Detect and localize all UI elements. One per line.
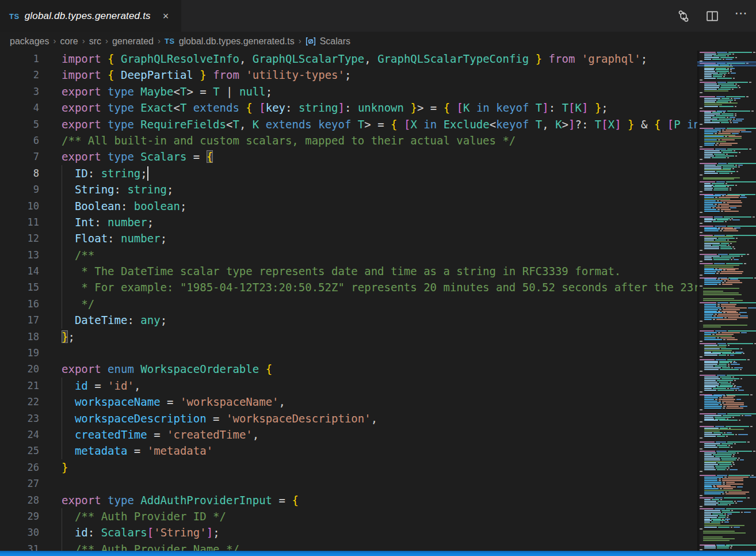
tab-global-db-types[interactable]: TS global.db.types.generated.ts ×	[0, 0, 181, 32]
code-text: export type Maybe<T> = T | null;	[62, 83, 272, 100]
line-number[interactable]: 26	[0, 459, 39, 476]
code-line[interactable]: 11 Int: number;	[0, 214, 697, 231]
line-number[interactable]: 12	[0, 230, 39, 247]
line-number[interactable]: 10	[0, 198, 39, 215]
line-number[interactable]: 27	[0, 475, 39, 492]
minimap-line	[700, 194, 756, 195]
breadcrumb-generated[interactable]: generated	[112, 36, 154, 47]
minimap-line	[704, 346, 726, 348]
line-number[interactable]: 14	[0, 263, 39, 280]
code-line[interactable]: 1import { GraphQLResolveInfo, GraphQLSca…	[0, 51, 697, 67]
code-line[interactable]: 12 Float: number;	[0, 230, 697, 247]
line-number[interactable]: 19	[0, 345, 39, 361]
code-line[interactable]: 17 DateTime: any;	[0, 312, 697, 329]
breadcrumb-src[interactable]: src	[89, 36, 101, 47]
code-line[interactable]: 23 workspaceDescription = 'workspaceDesc…	[0, 410, 697, 427]
breadcrumb-file[interactable]: TS global.db.types.generated.ts	[165, 36, 295, 47]
line-number[interactable]: 30	[0, 524, 39, 541]
code-line[interactable]: 6/** All built-in and custom scalars, ma…	[0, 132, 697, 149]
code-line[interactable]: 15 * For example: "1985-04-12T23:20:50.5…	[0, 279, 697, 296]
line-number[interactable]: 16	[0, 296, 39, 313]
minimap-line	[700, 235, 756, 236]
line-number[interactable]: 21	[0, 378, 39, 394]
line-number[interactable]: 3	[0, 83, 39, 100]
minimap-line	[704, 467, 730, 469]
line-number[interactable]: 11	[0, 214, 39, 231]
code-line[interactable]: 8 ID: string;	[0, 165, 697, 182]
line-number[interactable]: 18	[0, 329, 39, 345]
minimap-line	[704, 98, 740, 99]
line-number[interactable]: 29	[0, 508, 39, 525]
code-line[interactable]: 3export type Maybe<T> = T | null;	[0, 83, 697, 100]
split-editor-icon[interactable]	[705, 9, 719, 23]
line-number[interactable]: 28	[0, 492, 39, 509]
line-number[interactable]: 2	[0, 67, 39, 83]
code-line[interactable]: 20export enum WorkspaceOrderable {	[0, 361, 697, 378]
minimap-line	[704, 417, 734, 418]
close-tab-icon[interactable]: ×	[161, 10, 171, 22]
line-number[interactable]: 9	[0, 181, 39, 198]
code-line[interactable]: 30 id: Scalars['String'];	[0, 524, 697, 541]
line-number[interactable]: 4	[0, 100, 39, 116]
code-line[interactable]: 2import { DeepPartial } from 'utility-ty…	[0, 67, 697, 83]
line-number[interactable]: 17	[0, 312, 39, 329]
minimap-line	[704, 388, 739, 389]
minimap-line	[704, 304, 736, 305]
code-line[interactable]: 21 id = 'id',	[0, 378, 697, 394]
breadcrumb-symbol[interactable]: Scalars	[306, 36, 350, 47]
line-number[interactable]: 13	[0, 247, 39, 264]
minimap-line	[704, 406, 747, 407]
editor-pane[interactable]: 1import { GraphQLResolveInfo, GraphQLSca…	[0, 51, 756, 556]
minimap-line	[704, 490, 742, 491]
minimap-line	[704, 345, 730, 346]
code-line[interactable]: 19	[0, 345, 697, 361]
code-line[interactable]: 5export type RequireFields<T, K extends …	[0, 116, 697, 133]
minimap-line	[704, 415, 751, 416]
minimap-line	[704, 266, 734, 268]
line-number[interactable]: 6	[0, 132, 39, 149]
code-line[interactable]: 9 String: string;	[0, 181, 697, 198]
minimap-line	[700, 421, 702, 422]
line-number[interactable]: 22	[0, 394, 39, 410]
line-number[interactable]: 20	[0, 361, 39, 378]
code-line[interactable]: 22 workspaceName = 'workspaceName',	[0, 394, 697, 410]
minimap-line	[704, 312, 747, 313]
minimap-line	[700, 216, 755, 218]
breadcrumb-core[interactable]: core	[60, 36, 78, 47]
line-number[interactable]: 8	[0, 165, 39, 182]
code-line[interactable]: 7export type Scalars = {	[0, 148, 697, 165]
code-line[interactable]: 18};	[0, 329, 697, 345]
code-line[interactable]: 10 Boolean: boolean;	[0, 198, 697, 215]
more-actions-icon[interactable]: ⋯	[734, 9, 748, 23]
code-line[interactable]: 26}	[0, 459, 697, 476]
line-number[interactable]: 1	[0, 51, 39, 67]
code-line[interactable]: 24 createdTime = 'createdTime',	[0, 426, 697, 443]
minimap-line	[704, 311, 736, 312]
line-number[interactable]: 24	[0, 426, 39, 443]
breadcrumb-packages[interactable]: packages	[10, 36, 49, 47]
line-number[interactable]: 23	[0, 410, 39, 427]
code-line[interactable]: 14 * The DateTime scalar type represents…	[0, 263, 697, 280]
open-changes-icon[interactable]	[677, 9, 690, 23]
code-line[interactable]: 25 metadata = 'metadata'	[0, 443, 697, 459]
code-line[interactable]: 28export type AddAuthProviderInput = {	[0, 492, 697, 509]
minimap-line	[704, 269, 735, 271]
line-number[interactable]: 15	[0, 279, 39, 296]
line-number[interactable]: 5	[0, 116, 39, 133]
minimap[interactable]	[697, 51, 756, 551]
minimap-line	[704, 73, 736, 74]
code-line[interactable]: 13 /**	[0, 247, 697, 264]
code-line[interactable]: 29 /** Auth Provider ID */	[0, 508, 697, 525]
minimap-line	[704, 241, 736, 242]
minimap-line	[704, 144, 732, 146]
code-line[interactable]: 16 */	[0, 296, 697, 313]
code-line[interactable]: 27	[0, 475, 697, 492]
code-line[interactable]: 4export type Exact<T extends { [key: str…	[0, 100, 697, 116]
code-text: /**	[62, 247, 94, 264]
code-area[interactable]: 1import { GraphQLResolveInfo, GraphQLSca…	[0, 51, 697, 556]
line-number[interactable]: 7	[0, 148, 39, 165]
minimap-line	[704, 106, 736, 107]
minimap-line	[704, 352, 743, 353]
line-number[interactable]: 25	[0, 443, 39, 459]
minimap-line	[704, 102, 738, 104]
